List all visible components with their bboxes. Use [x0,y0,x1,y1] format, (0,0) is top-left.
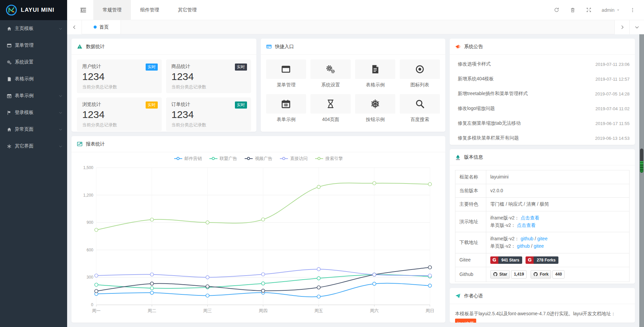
quick-entry-2[interactable]: 表格示例 [355,59,395,88]
nav-tab-0[interactable]: 常规管理 [93,0,131,20]
link-github[interactable]: github [521,236,533,241]
nav-tab-1[interactable]: 组件管理 [131,0,168,20]
legend-item-3[interactable]: 直接访问 [280,156,308,162]
refresh-icon[interactable] [550,3,563,17]
sidebar-item-label: 登录模板 [15,110,59,116]
header-actions: admin [550,3,644,17]
chevron-right-icon [620,25,625,30]
fire-icon [455,154,461,160]
sidebar-item-3[interactable]: 表格示例 [0,71,67,87]
more-menu-icon[interactable] [626,3,639,17]
sidebar-item-7[interactable]: 其它界面 [0,138,67,155]
stat-label: 用户统计 [82,64,156,70]
tab-strip-spacer [121,20,614,34]
quick-entry-5[interactable]: 404页面 [310,94,351,123]
legend-item-1[interactable]: 联盟广告 [209,156,237,162]
announcement-date: 2019-07-04 11:02 [595,106,630,111]
home-icon [7,127,15,132]
file-icon [370,64,380,74]
sidebar-item-label: 系统设置 [15,59,62,65]
stat-desc: 当前分类总记录数 [171,122,246,128]
tab-scroll-left-button[interactable] [67,20,82,34]
sidebar-item-4[interactable]: 表单示例 [0,87,67,104]
sidebar-item-5[interactable]: 登录模板 [0,104,67,121]
chevron-left-icon [72,25,77,30]
announcement-row-2: 新增treetable插件和菜单管理样式2019-07-05 14:28 [455,86,630,101]
quick-entry-4[interactable]: 表单示例 [266,94,306,123]
link-github[interactable]: github [517,243,530,249]
link-gitee[interactable]: gitee [534,243,544,249]
collapse-sidebar-icon[interactable] [73,0,93,20]
main-content: 数据统计 用户统计实时1234当前分类总记录数商品统计实时1234当前分类总记录… [67,34,639,327]
tab-home-label: 首页 [99,24,109,30]
stat-value: 1234 [171,109,246,120]
legend-item-2[interactable]: 视频广告 [245,156,273,162]
gitee-logo: G [526,256,534,264]
announcement-text: 修复左侧菜单缩放tab无法移动 [455,120,521,126]
sidebar-item-0[interactable]: 主页模板 [0,20,67,37]
author-panel: 作者心语 本模板基于layui2.5.4以及font-awesome-4.7.0… [450,288,635,323]
stat-value: 1234 [82,109,156,120]
clear-cache-icon[interactable] [566,3,580,17]
tab-scroll-right-button[interactable] [614,20,629,34]
user-menu[interactable]: admin [598,7,623,13]
link-点击查看[interactable]: 点击查看 [517,222,536,228]
github-star-badge[interactable]: Star1,419 [490,270,527,279]
fullscreen-icon[interactable] [582,3,596,17]
version-row-label: 当前版本 [455,184,486,198]
sidebar-item-label: 表单示例 [15,93,59,99]
quick-entry-0[interactable]: 菜单管理 [266,59,306,88]
legend-marker [315,157,323,160]
legend-item-0[interactable]: 邮件营销 [174,156,202,162]
nav-tab-2[interactable]: 其它管理 [168,0,206,20]
paper-plane-icon [455,293,461,299]
gitee-badge[interactable]: G941 Stars [490,256,522,264]
quick-entry-7[interactable]: 百度搜索 [400,94,440,123]
stats-panel-title: 数据统计 [86,44,105,50]
announcement-text: 新增系统404模板 [455,76,494,82]
stat-desc: 当前分类总记录数 [82,122,156,128]
sidebar-item-2[interactable]: 系统设置 [0,54,67,71]
version-row-6: GithubStar1,419Fork440 [455,267,630,282]
gears-icon [326,64,336,74]
sidebar-item-1[interactable]: 菜单管理 [0,37,67,54]
home-icon [7,26,15,31]
line-chart: 03006009001,2001,500周一周二周三周四周五周六周日 [71,162,445,320]
quick-entry-6[interactable]: 按钮示例 [355,94,395,123]
svg-text:1,200: 1,200 [83,193,93,198]
quick-entry-1[interactable]: 系统设置 [310,59,351,88]
version-row-value: iframe版-v2： 点击查看单页版-v2： 点击查看 [486,211,630,232]
calendar-icon [281,99,291,109]
author-text: 本模板基于layui2.5.4以及font-awesome-4.7.0进行实现。… [450,304,635,323]
gitee-badge[interactable]: G278 Forks [526,256,558,264]
tab-home[interactable]: 首页 [82,20,121,34]
quick-entry-3[interactable]: 图标列表 [400,59,440,88]
chevron-down-icon [635,25,639,30]
legend-item-4[interactable]: 搜索引擎 [315,156,343,162]
file-icon [7,77,15,82]
version-row-1: 当前版本v2.0.0 [455,184,630,198]
scrollbar-track[interactable] [639,34,644,327]
announce-panel-title: 系统公告 [464,44,483,50]
announcement-date: 2019-07-05 14:28 [595,91,630,96]
announcement-text: 修复多模块菜单栏展开有问题 [455,135,519,141]
version-row-label: Gitee [455,253,486,267]
tab-operations-dropdown[interactable] [629,20,644,34]
svg-text:1,500: 1,500 [83,165,93,170]
announcement-date: 2019-06-13 14:53 [595,136,630,141]
link-gitee[interactable]: gitee [537,236,547,241]
legend-label: 邮件营销 [185,156,202,162]
version-row-value: iframe版-v2： github / gitee单页版-v2： github… [486,232,630,253]
github-fork-badge[interactable]: Fork440 [531,270,564,279]
sidebar-item-6[interactable]: 异常页面 [0,121,67,138]
layui-doc-badge[interactable]: layui文档 [455,319,476,323]
version-row-2: 主要特色零门槛 / 响应式 / 清爽 / 极简 [455,198,630,211]
version-panel-title: 版本信息 [464,154,483,160]
announcement-row-1: 新增系统404模板2019-07-11 12:57 [455,72,630,86]
quick-entry-label: 百度搜索 [400,117,440,123]
link-点击查看[interactable]: 点击查看 [521,215,539,220]
version-row-value: layuimini [486,170,630,184]
scrollbar-thumb[interactable] [640,149,643,173]
app-title: LAYUI MINI [21,7,54,13]
svg-text:周五: 周五 [314,308,323,313]
